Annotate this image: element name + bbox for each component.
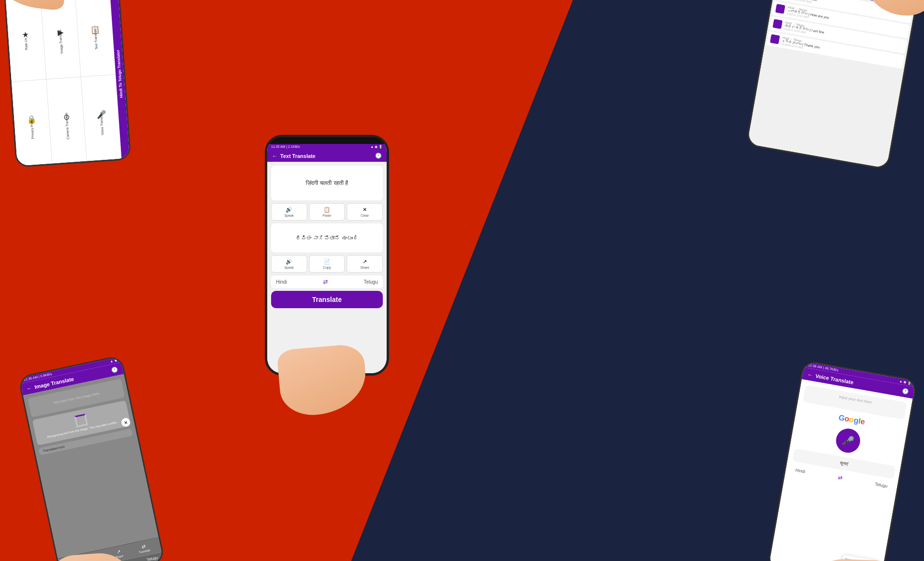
menu-item-text-translate[interactable]: 📋 Text Translate xyxy=(75,0,116,77)
output-area: జీవితం సాగిపోతూనే ఉంటుంది xyxy=(271,223,383,252)
voice-target-lang: Telugu xyxy=(874,482,888,488)
image-history-icon[interactable]: 🕐 xyxy=(111,366,118,374)
voice-source-lang: Hindi xyxy=(795,468,806,474)
menu-item-privacy[interactable]: 🔒 Privacy Policy xyxy=(12,79,52,166)
output-actions: 🔊 Speak 📄 Copy ↗ Share xyxy=(271,255,383,273)
menu-label-rate-us: Rate Us xyxy=(24,38,28,50)
image-translate-icon: ⇄ xyxy=(141,543,146,549)
history-item-icon-4 xyxy=(770,34,780,44)
image-target-lang: Telugu xyxy=(146,555,158,561)
input-actions: 🔊 Speak 📋 Paste ✕ Clear xyxy=(271,203,383,221)
input-area[interactable]: ज़िंदगी चलती रहती है xyxy=(271,166,383,200)
phone-menu: 11:27 AM | 28.5KB/s ▲ ◉ ⊕ ⑂ ★ Rate Us ▶ … xyxy=(3,0,131,168)
menu-item-camera-translate[interactable]: ⊙ Camera Translate xyxy=(46,77,87,164)
mic-button[interactable]: 🎤 xyxy=(834,427,862,455)
copy-btn[interactable]: 📄 Copy xyxy=(309,255,345,273)
speak-output-icon: 🔊 xyxy=(286,259,292,265)
image-back-icon[interactable]: ← xyxy=(26,385,32,391)
phone-text-translate: 11:35 AM | 2.1KB/s ▲ ◉ 🔋 ← Text Translat… xyxy=(265,135,389,376)
output-text: జీవితం సాగిపోతూనే ఉంటుంది xyxy=(296,235,358,241)
menu-item-image-translate[interactable]: ▶ Image Translate xyxy=(40,0,81,79)
google-logo: Google xyxy=(838,413,865,426)
speak-output-label: Speak xyxy=(284,266,294,269)
speak-output-btn[interactable]: 🔊 Speak xyxy=(271,255,307,273)
center-header: ← Text Translate 🕐 xyxy=(267,150,387,162)
image-share-icon: ↗ xyxy=(116,548,121,554)
swap-languages-icon[interactable]: ⇄ xyxy=(323,278,328,285)
target-lang[interactable]: Telugu xyxy=(364,279,378,285)
voice-history-icon[interactable]: 🕐 xyxy=(902,388,910,395)
image-translate-btn-bottom[interactable]: ⇄ Translate xyxy=(137,543,151,554)
menu-item-rate-us[interactable]: ★ Rate Us xyxy=(5,0,46,81)
speak-input-btn[interactable]: 🔊 Speak xyxy=(271,203,307,221)
notch xyxy=(312,138,341,143)
share-icon: ↗ xyxy=(363,259,367,265)
menu-item-voice-translate[interactable]: 🎤 Voice Translate xyxy=(81,75,122,161)
history-list: Hindi → Telugu నమస్కారం | Hello 13:52:11… xyxy=(747,0,915,169)
history-item-text-4: Hindi → Telugu ధన్యవాదాలు | Thank you 14… xyxy=(781,36,820,52)
speak-input-icon: 🔊 xyxy=(286,207,292,213)
speak-label: Speak xyxy=(284,214,294,217)
history-item-icon-2 xyxy=(775,4,785,14)
clear-btn[interactable]: ✕ Clear xyxy=(347,203,383,221)
share-label: Share xyxy=(360,266,369,269)
share-btn[interactable]: ↗ Share xyxy=(347,255,383,273)
clear-icon: ✕ xyxy=(363,207,367,213)
source-lang[interactable]: Hindi xyxy=(276,279,287,285)
spinner-icon xyxy=(74,414,88,427)
copy-icon: 📄 xyxy=(324,259,330,265)
voice-swap-icon[interactable]: ⇄ xyxy=(837,474,843,481)
language-bar: Hindi ⇄ Telugu xyxy=(271,275,383,288)
paste-label: Paste xyxy=(323,214,331,217)
voice-back-icon[interactable]: ← xyxy=(807,371,813,378)
translate-button[interactable]: Translate xyxy=(271,291,383,308)
paste-btn[interactable]: 📋 Paste xyxy=(309,203,345,221)
center-title: Text Translate xyxy=(280,153,315,159)
back-icon[interactable]: ← xyxy=(272,153,277,159)
history-item-icon-3 xyxy=(773,19,783,29)
history-item-text-1: Hindi → Telugu నమస్కారం | Hello 13:52:11… xyxy=(789,0,818,4)
image-translate-label: Translate xyxy=(138,548,151,554)
input-text: ज़िंदगी चलती रहती है xyxy=(306,180,348,186)
history-icon[interactable]: 🕐 xyxy=(375,153,382,159)
clear-label: Clear xyxy=(361,214,369,217)
paste-icon: 📋 xyxy=(324,207,330,213)
copy-label: Copy xyxy=(323,266,331,269)
center-statusbar: 11:35 AM | 2.1KB/s ▲ ◉ 🔋 xyxy=(267,144,387,150)
